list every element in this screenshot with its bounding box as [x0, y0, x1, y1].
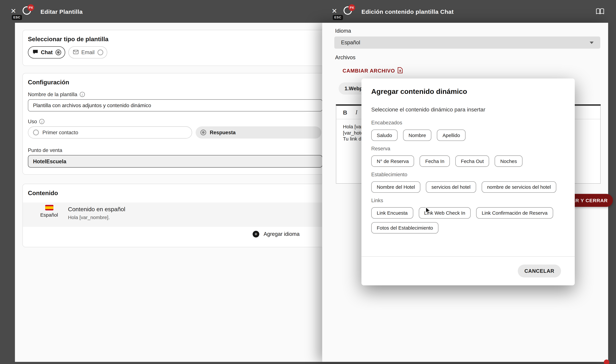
- chips-establecimiento: Nombre del Hotel servicios del hotel nom…: [371, 181, 565, 193]
- close-icon[interactable]: ✕: [11, 8, 16, 15]
- cancelar-button[interactable]: CANCELAR: [518, 265, 561, 277]
- modal-title: Agregar contenido dinámico: [371, 88, 565, 96]
- email-option-label: Email: [81, 49, 95, 55]
- idioma-label: Idioma: [335, 28, 351, 34]
- radio-unselected-icon: [97, 49, 103, 55]
- uso-label: Uso i: [28, 118, 44, 124]
- chip-nombre-servicios-hotel[interactable]: nombre de servicios del hotel: [481, 181, 556, 193]
- file-download-icon: [398, 67, 403, 75]
- template-type-chat-option[interactable]: Chat: [28, 46, 65, 58]
- uso-label-text: Uso: [28, 118, 37, 124]
- chips-encabezados: Saludo Nombre Apellido: [371, 130, 565, 141]
- template-name-label: Nombre de la plantilla i: [28, 91, 85, 97]
- italic-icon[interactable]: I: [356, 109, 357, 116]
- configuration-card: Configuración Nombre de la plantilla i P…: [22, 73, 326, 175]
- agregar-contenido-dinamico-modal: Agregar contenido dinámico Seleccione el…: [361, 78, 575, 285]
- chat-option-label: Chat: [41, 49, 53, 55]
- px-logo-badge: PX: [348, 4, 355, 11]
- esc-badge: ESC: [12, 15, 22, 20]
- language-flag-column: Español: [41, 205, 57, 218]
- idioma-select[interactable]: Español: [334, 37, 600, 49]
- chip-nombre[interactable]: Nombre: [403, 130, 432, 141]
- group-label-encabezados: Encabezados: [371, 120, 565, 126]
- template-type-card: Seleccionar tipo de plantilla Chat Email: [22, 30, 326, 66]
- group-label-links: Links: [371, 197, 565, 203]
- modal-subtitle: Seleccione el contenido dinámico para in…: [371, 106, 565, 113]
- add-language-button[interactable]: + Agregar idioma: [253, 231, 300, 237]
- template-type-toggles: Chat Email: [28, 46, 321, 58]
- bold-icon[interactable]: B: [343, 109, 347, 116]
- radio-unselected-icon: [33, 130, 39, 135]
- plus-icon: +: [253, 231, 259, 237]
- language-content-texts: Contenido en español Hola [var_nombre].: [68, 206, 125, 220]
- punto-de-venta-label-text: Punto de venta: [28, 147, 62, 153]
- group-label-reserva: Reserva: [371, 145, 565, 152]
- notification-dot: [604, 360, 609, 364]
- email-icon: [73, 49, 79, 55]
- info-icon[interactable]: i: [80, 92, 85, 97]
- template-name-input[interactable]: Plantilla con archivos adjuntos y conten…: [28, 99, 323, 111]
- chip-link-encuesta[interactable]: Link Encuesta: [371, 207, 413, 219]
- language-content-row[interactable]: Español Contenido en español Hola [var_n…: [23, 203, 326, 227]
- book-icon[interactable]: [596, 8, 604, 16]
- chevron-down-icon: [590, 41, 594, 44]
- contenido-card: Contenido Español Contenido en español H…: [22, 184, 326, 247]
- chip-saludo[interactable]: Saludo: [371, 130, 397, 141]
- language-name: Español: [40, 212, 58, 218]
- group-label-establecimiento: Establecimiento: [371, 171, 565, 177]
- punto-de-venta-label: Punto de venta: [28, 147, 62, 153]
- cambiar-archivo-button[interactable]: CAMBIAR ARCHIVO: [342, 67, 403, 75]
- chip-noches[interactable]: Noches: [495, 156, 522, 167]
- chip-fotos-del-establecimiento[interactable]: Fotos del Establecimiento: [371, 222, 438, 234]
- template-name-label-text: Nombre de la plantilla: [28, 91, 77, 97]
- content-item-preview: Hola [var_nombre].: [68, 215, 125, 220]
- cambiar-archivo-label: CAMBIAR ARCHIVO: [342, 68, 395, 74]
- chip-link-confirmacion-reserva[interactable]: Link Confirmación de Reserva: [476, 207, 553, 219]
- modal-footer: CANCELAR: [361, 257, 575, 286]
- spain-flag-icon: [45, 205, 53, 210]
- chips-reserva: N° de Reserva Fecha In Fecha Out Noches: [371, 156, 565, 167]
- left-dialog-title: Editar Plantilla: [41, 8, 83, 15]
- chips-links: Link Encuesta Link Web Check In Link Con…: [371, 207, 565, 234]
- modal-body: Agregar contenido dinámico Seleccione el…: [361, 78, 575, 256]
- screen: ✕ ESC PX Editar Plantilla ✕ ESC PX Edici…: [0, 0, 616, 364]
- radio-selected-icon: [200, 130, 206, 135]
- chip-fecha-out[interactable]: Fecha Out: [455, 156, 489, 167]
- chat-icon: [33, 49, 38, 55]
- content-item-title: Contenido en español: [68, 206, 125, 212]
- configuration-title: Configuración: [28, 79, 69, 86]
- chip-nombre-del-hotel[interactable]: Nombre del Hotel: [371, 181, 421, 193]
- punto-de-venta-select[interactable]: HotelEscuela: [28, 155, 323, 168]
- chip-numero-reserva[interactable]: N° de Reserva: [371, 156, 414, 167]
- uso-options: Primer contacto Respuesta: [28, 126, 321, 139]
- idioma-selected-value: Español: [341, 40, 360, 46]
- uso-respuesta-option[interactable]: Respuesta: [196, 126, 321, 139]
- contenido-title: Contenido: [28, 190, 326, 197]
- esc-badge-right: ESC: [333, 15, 343, 20]
- uso-respuesta-label: Respuesta: [210, 130, 235, 135]
- info-icon[interactable]: i: [39, 119, 44, 124]
- uso-primer-label: Primer contacto: [42, 130, 78, 135]
- radio-selected-icon: [55, 49, 61, 55]
- chip-servicios-del-hotel[interactable]: servicios del hotel: [426, 181, 476, 193]
- mouse-cursor: [425, 207, 431, 216]
- template-type-title: Seleccionar tipo de plantilla: [28, 36, 321, 43]
- px-logo-badge: PX: [27, 4, 34, 11]
- chip-apellido[interactable]: Apellido: [437, 130, 465, 141]
- add-language-label: Agregar idioma: [264, 231, 300, 237]
- right-dialog-title: Edición contenido plantilla Chat: [361, 8, 453, 15]
- chip-fecha-in[interactable]: Fecha In: [420, 156, 450, 167]
- template-type-email-option[interactable]: Email: [68, 46, 107, 58]
- close-icon-right[interactable]: ✕: [331, 8, 337, 15]
- uso-primer-contacto-option[interactable]: Primer contacto: [28, 126, 192, 139]
- archivos-label: Archivos: [335, 54, 356, 60]
